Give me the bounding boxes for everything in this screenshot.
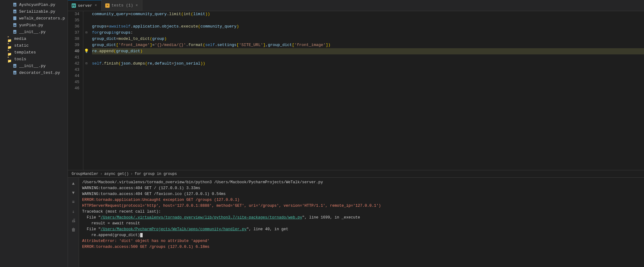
terminal-link-6[interactable]: /Users/Macbook/.virtualenvs/tornado_over… (101, 215, 302, 220)
file-icon: py (12, 63, 17, 68)
gutter-39 (83, 42, 90, 48)
code-line-34: community_query=community_query.limit(in… (92, 11, 644, 17)
sidebar-label-init1: __init__.py (19, 30, 46, 34)
code-line-44 (92, 73, 644, 79)
line-num-41: 41 (70, 54, 79, 61)
code-line-40: re.append(group_dict) (92, 48, 644, 54)
terminal-wrap-icon[interactable]: ≡ (70, 199, 77, 206)
line-num-37: 37 (70, 30, 79, 36)
bulb-icon[interactable]: 💡 (84, 48, 89, 54)
terminal-down-icon[interactable]: ▼ (70, 189, 77, 196)
sidebar-item-templates[interactable]: ▸ 📁templates (0, 49, 68, 56)
fold-icon-42: ⊟ (86, 61, 87, 67)
sidebar-label-static: static (14, 43, 29, 48)
folder-icon: ▸ 📁 (7, 50, 12, 55)
file-icon: py (12, 29, 17, 34)
terminal-sidebar: ▲ ▼ ≡ ⇓ 🖨 🗑 (68, 178, 79, 267)
terminal-line-4: HTTPServerRequest(protocol='http', host=… (82, 203, 641, 209)
terminal-line-8: File "/Users/Macbook/PycharmProjects/WeT… (82, 227, 641, 232)
sidebar-item-yunpian[interactable]: pyyunPian.py (0, 22, 68, 28)
sidebar-item-serializable[interactable]: pySerializable.py (0, 8, 68, 15)
line-num-38: 38 (70, 36, 79, 42)
sidebar-label-serializable: Serializable.py (19, 9, 55, 14)
file-icon (12, 16, 17, 21)
tab-server[interactable]: pyserver× (68, 0, 102, 11)
terminal-link-8[interactable]: /Users/Macbook/PycharmProjects/WeTalk/ap… (101, 227, 247, 231)
folder-icon: ▸ 📁 (7, 43, 12, 48)
sidebar-label-init2: __init__.py (19, 64, 46, 68)
breadcrumb-sep-0: › (100, 172, 102, 176)
breadcrumb-bar: GroupHandler › async get() › for group i… (68, 170, 644, 177)
terminal-line-11: ERROR:tornado.access:500 GET /groups (12… (82, 244, 641, 250)
sidebar-item-ayshcyunplan[interactable]: pyAyshcyunPlan.py (0, 1, 68, 8)
terminal-print-icon[interactable]: 🖨 (70, 217, 77, 224)
gutter-41 (83, 54, 90, 61)
line-num-45: 45 (70, 79, 79, 85)
line-num-43: 43 (70, 67, 79, 73)
svg-text:py: py (14, 11, 16, 13)
sidebar-item-wetalk-deco[interactable]: weTalk_decorators.p (0, 15, 68, 22)
gutter-38 (83, 36, 90, 42)
sidebar-label-wetalk-deco: weTalk_decorators.p (19, 16, 65, 21)
line-num-36: 36 (70, 23, 79, 30)
code-line-36: groups=await self.application.objects.ex… (92, 23, 644, 30)
svg-text:py: py (14, 72, 16, 74)
tab-close-server[interactable]: × (94, 3, 98, 8)
line-num-39: 39 (70, 42, 79, 48)
folder-icon: ▸ 📁 (7, 36, 12, 41)
code-lines: community_query=community_query.limit(in… (90, 11, 644, 170)
sidebar-label-tools: tools (14, 57, 26, 61)
terminal-line-10: AttributeError: 'dict' object has no att… (82, 238, 641, 244)
sidebar-item-static[interactable]: ▸ 📁static (0, 42, 68, 49)
gutter-43 (83, 67, 90, 73)
code-line-39: group_dict['front_image']='{}/media/{}'.… (92, 42, 644, 48)
terminal-line-5: Traceback (most recent call last): (82, 209, 641, 215)
terminal-area: ▲ ▼ ≡ ⇓ 🖨 🗑 /Users/Macbook/.virtualenvs/… (68, 177, 644, 267)
terminal-scroll-icon[interactable]: ⇓ (70, 208, 77, 215)
sidebar-item-init2[interactable]: py__init__.py (0, 62, 68, 69)
sidebar-label-decorator-test: decorator_test.py (19, 70, 60, 75)
code-line-46 (92, 85, 644, 91)
sidebar-item-decorator-test[interactable]: pydecorator_test.py (0, 69, 68, 76)
line-num-34: 34 (70, 11, 79, 17)
sidebar-item-tools[interactable]: ▸ 📁tools (0, 56, 68, 62)
sidebar-label-templates: templates (14, 50, 36, 55)
line-num-44: 44 (70, 73, 79, 79)
breadcrumb-part-0[interactable]: GroupHandler (72, 172, 98, 176)
tab-label-server: server (78, 3, 92, 8)
gutter-37: ⊟ (83, 30, 90, 36)
terminal-line-0: /Users/Macbook/.virtualenvs/tornado_over… (82, 180, 641, 185)
tab-icon-server: py (72, 3, 76, 8)
sidebar-label-media: media (14, 36, 26, 41)
fold-icon: ⊟ (86, 30, 87, 36)
tab-tests[interactable]: ≈tests (1)× (102, 0, 142, 11)
terminal-content[interactable]: /Users/Macbook/.virtualenvs/tornado_over… (79, 178, 644, 267)
file-icon: py (12, 70, 17, 75)
code-line-38: group_dict=model_to_dict(group) (92, 36, 644, 42)
sidebar-item-init1[interactable]: py__init__.py (0, 28, 68, 35)
main-area: pyAyshcyunPlan.pypySerializable.pyweTalk… (0, 0, 644, 267)
gutter-35 (83, 17, 90, 23)
svg-text:py: py (14, 31, 16, 33)
sidebar-item-media[interactable]: ▸ 📁media (0, 35, 68, 42)
sidebar-label-yunpian: yunPian.py (19, 23, 43, 28)
line-num-35: 35 (70, 17, 79, 23)
line-num-42: 42 (70, 61, 79, 67)
terminal-up-icon[interactable]: ▲ (70, 180, 77, 187)
line-num-40: 40 (70, 48, 79, 54)
file-icon: py (12, 2, 17, 7)
editor-terminal-column: pyserver×≈tests (1)× 3435363738394041424… (68, 0, 644, 267)
breadcrumb-part-2[interactable]: for group in groups (135, 172, 177, 176)
terminal-trash-icon[interactable]: 🗑 (70, 227, 77, 233)
svg-text:py: py (14, 65, 16, 67)
code-line-35 (92, 17, 644, 23)
cursor (140, 233, 143, 237)
code-line-41 (92, 54, 644, 61)
code-line-37: for group in groups: (92, 30, 644, 36)
sidebar-label-ayshcyunplan: AyshcyunPlan.py (19, 2, 55, 7)
tab-close-tests[interactable]: × (135, 3, 138, 8)
svg-rect-4 (13, 16, 16, 20)
breadcrumb-part-1[interactable]: async get() (104, 172, 129, 176)
folder-icon: ▸ 📁 (7, 57, 12, 61)
terminal-line-3: ERROR:tornado.application:Uncaught excep… (82, 197, 641, 203)
